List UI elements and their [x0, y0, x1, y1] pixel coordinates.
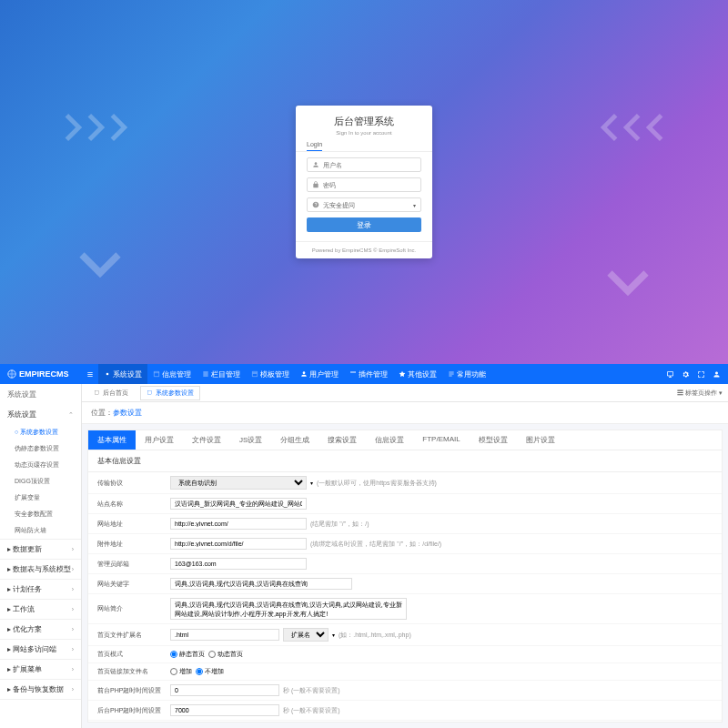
brand-logo: EMPIRECMS — [7, 369, 82, 379]
username-field[interactable] — [307, 157, 421, 172]
mode-label: 首页模式 — [97, 650, 170, 659]
protocol-label: 传输协议 — [97, 479, 170, 488]
sidebar-group-0[interactable]: 系统设置⌃ — [0, 405, 81, 424]
topnav-1[interactable]: 信息管理 — [147, 364, 197, 384]
topnav-5[interactable]: 插件管理 — [344, 364, 393, 384]
intro-label: 网站简介 — [97, 604, 170, 613]
help-icon — [312, 201, 319, 208]
ext-select[interactable]: 扩展名 — [283, 628, 329, 642]
sidebar-group-5[interactable]: ▸ 优化方案› — [0, 620, 81, 639]
top-nav: 系统设置信息管理栏目管理模板管理用户管理插件管理其他设置常用功能 — [98, 364, 666, 384]
sidebar-sub-0-6[interactable]: 网站防火墙 — [0, 522, 81, 539]
sidebar-sub-0-5[interactable]: 安全参数配置 — [0, 506, 81, 522]
topnav-4[interactable]: 用户管理 — [295, 364, 344, 384]
tab-operations[interactable]: ☰ 标签页操作 ▾ — [677, 389, 723, 398]
panel-tab-2[interactable]: 文件设置 — [183, 430, 230, 450]
email-input[interactable] — [170, 558, 307, 570]
mode-dynamic-radio[interactable]: 动态首页 — [208, 650, 243, 659]
page-tab-0[interactable]: 后台首页 — [87, 386, 135, 400]
keywords-input[interactable] — [170, 578, 352, 590]
security-question-field[interactable]: 无安全提问 ▾ — [307, 197, 421, 212]
keywords-label: 网站关键字 — [97, 580, 170, 589]
addfile-no-radio[interactable]: 不增加 — [196, 667, 224, 676]
siteurl-input[interactable] — [170, 518, 307, 530]
topnav-6[interactable]: 其他设置 — [393, 364, 442, 384]
sidebar-sub-0-1[interactable]: 伪静态参数设置 — [0, 440, 81, 457]
sidebar-group-7[interactable]: ▸ 扩展菜单› — [0, 660, 81, 679]
sidebar-group-6[interactable]: ▸ 网站多访问端› — [0, 640, 81, 659]
fttime-label: 前台PHP超时时间设置 — [97, 686, 170, 695]
globe-icon — [7, 369, 16, 379]
topnav-2[interactable]: 栏目管理 — [197, 364, 246, 384]
addfile-label: 首页链接加文件名 — [97, 667, 170, 676]
page-tab-1[interactable]: 系统参数设置 — [140, 386, 200, 400]
sidebar-group-1[interactable]: ▸ 数据更新› — [0, 540, 81, 559]
addfile-yes-radio[interactable]: 增加 — [170, 667, 192, 676]
bttime-input[interactable] — [170, 704, 279, 716]
page-tabs: 后台首页系统参数设置 ☰ 标签页操作 ▾ — [82, 384, 728, 402]
user-icon[interactable] — [713, 370, 721, 379]
sidebar-header: 系统设置 — [0, 384, 81, 405]
fttime-input[interactable] — [170, 684, 279, 696]
settings-panel: 基本属性用户设置文件设置JS设置分组生成搜索设置信息设置FTP/EMAIL模型设… — [87, 430, 723, 723]
login-button[interactable]: 登录 — [307, 217, 421, 232]
lock-icon — [312, 181, 319, 188]
sidebar-group-3[interactable]: ▸ 计划任务› — [0, 580, 81, 599]
login-title: 后台管理系统 — [307, 115, 421, 128]
sidebar-sub-0-0[interactable]: ○ 系统参数设置 — [0, 424, 81, 440]
sidebar-sub-0-2[interactable]: 动态页缓存设置 — [0, 457, 81, 473]
mode-static-radio[interactable]: 静态首页 — [170, 650, 205, 659]
password-field[interactable] — [307, 177, 421, 192]
panel-tab-3[interactable]: JS设置 — [230, 430, 271, 450]
password-input[interactable] — [323, 182, 416, 188]
panel-tab-7[interactable]: FTP/EMAIL — [413, 430, 469, 450]
panel-tab-9[interactable]: 图片设置 — [517, 430, 564, 450]
topnav-3[interactable]: 模板管理 — [246, 364, 295, 384]
security-question-select[interactable]: 无安全提问 — [323, 202, 410, 208]
monitor-icon[interactable] — [666, 370, 674, 379]
breadcrumb: 位置：参数设置 — [82, 402, 728, 424]
ext-label: 首页文件扩展名 — [97, 631, 170, 640]
top-bar: EMPIRECMS ≡ 系统设置信息管理栏目管理模板管理用户管理插件管理其他设置… — [0, 364, 728, 384]
login-card: 后台管理系统 Sign In to your account Login 无安全… — [296, 106, 432, 258]
section-title: 基本信息设置 — [88, 450, 722, 472]
login-background: 后台管理系统 Sign In to your account Login 无安全… — [0, 0, 728, 364]
login-tab[interactable]: Login — [307, 141, 322, 151]
menu-toggle-icon[interactable]: ≡ — [82, 369, 98, 379]
ext-input[interactable] — [170, 629, 279, 641]
sidebar-sub-0-3[interactable]: DIGG顶设置 — [0, 473, 81, 490]
admin-panel: EMPIRECMS ≡ 系统设置信息管理栏目管理模板管理用户管理插件管理其他设置… — [0, 364, 728, 728]
expand-icon[interactable] — [697, 370, 705, 379]
topnav-7[interactable]: 常用功能 — [442, 364, 491, 384]
panel-tab-0[interactable]: 基本属性 — [88, 430, 136, 450]
panel-tab-4[interactable]: 分组生成 — [271, 430, 318, 450]
panel-tabs: 基本属性用户设置文件设置JS设置分组生成搜索设置信息设置FTP/EMAIL模型设… — [88, 430, 722, 450]
content-area: 后台首页系统参数设置 ☰ 标签页操作 ▾ 位置：参数设置 基本属性用户设置文件设… — [82, 384, 728, 728]
topnav-0[interactable]: 系统设置 — [98, 364, 147, 384]
user-icon — [312, 161, 319, 168]
panel-tab-6[interactable]: 信息设置 — [366, 430, 413, 450]
sidebar-group-2[interactable]: ▸ 数据表与系统模型› — [0, 560, 81, 579]
panel-tab-8[interactable]: 模型设置 — [470, 430, 517, 450]
panel-tab-5[interactable]: 搜索设置 — [318, 430, 366, 450]
sitename-label: 站点名称 — [97, 500, 170, 509]
panel-tab-1[interactable]: 用户设置 — [136, 430, 183, 450]
login-subtitle: Sign In to your account — [307, 130, 421, 136]
sidebar-group-4[interactable]: ▸ 工作流› — [0, 600, 81, 619]
sidebar: 系统设置 系统设置⌃○ 系统参数设置伪静态参数设置动态页缓存设置DIGG顶设置扩… — [0, 384, 82, 728]
bttime-label: 后台PHP超时时间设置 — [97, 706, 170, 715]
sidebar-sub-0-4[interactable]: 扩展变量 — [0, 490, 81, 506]
username-input[interactable] — [323, 162, 416, 168]
sitename-input[interactable] — [170, 498, 307, 510]
fileurl-label: 附件地址 — [97, 540, 170, 549]
intro-textarea[interactable]: 词典,汉语词典,现代汉语词典,汉语词典在线查询,汉语大词典,武汉网站建设,专业新… — [170, 598, 407, 620]
siteurl-label: 网站地址 — [97, 520, 170, 529]
fileurl-input[interactable] — [170, 538, 307, 550]
protocol-select[interactable]: 系统自动识别 — [170, 476, 307, 490]
sidebar-group-8[interactable]: ▸ 备份与恢复数据› — [0, 680, 81, 699]
gear-icon[interactable] — [682, 370, 690, 379]
email-label: 管理员邮箱 — [97, 560, 170, 569]
svg-rect-1 — [95, 390, 99, 395]
login-footer: Powered by EmpireCMS © EmpireSoft Inc. — [296, 241, 432, 258]
svg-rect-2 — [147, 390, 152, 395]
